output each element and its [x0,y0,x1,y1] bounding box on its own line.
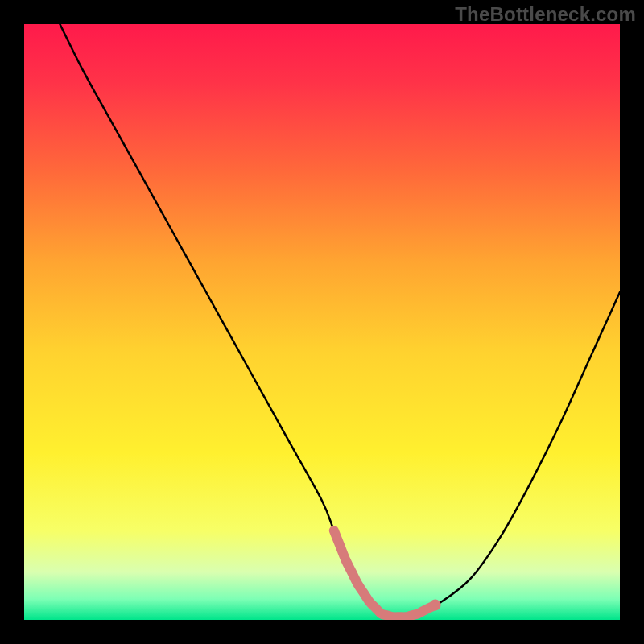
gradient-background [24,24,620,620]
bottleneck-chart [24,24,620,620]
chart-frame: TheBottleneck.com [0,0,644,644]
watermark-text: TheBottleneck.com [455,3,636,26]
plot-area [24,24,620,620]
highlight-end-marker [430,600,441,611]
